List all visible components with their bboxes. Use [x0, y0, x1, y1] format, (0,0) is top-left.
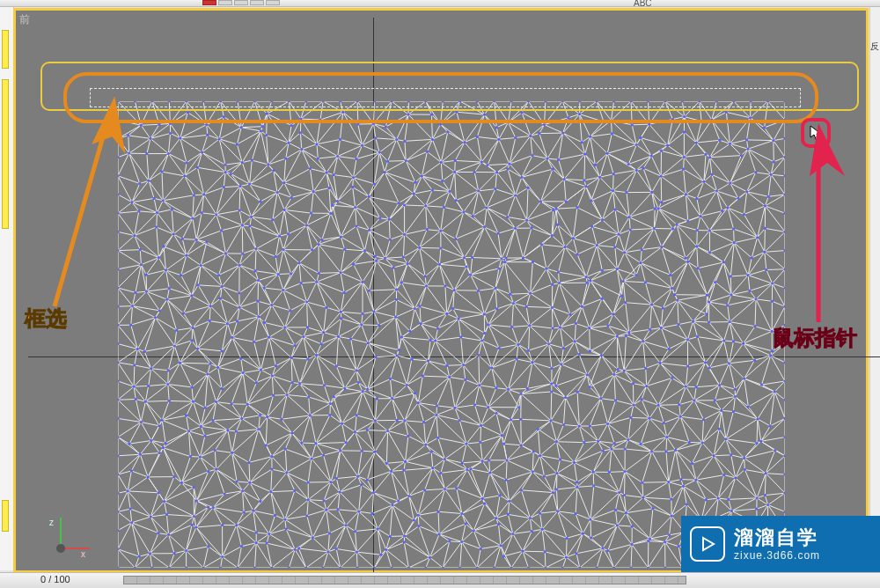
svg-point-3644: [376, 397, 378, 400]
svg-line-2669: [530, 518, 532, 532]
svg-point-3216: [584, 185, 587, 187]
svg-point-3914: [194, 526, 197, 528]
svg-line-2417: [441, 470, 467, 474]
svg-point-3201: [327, 187, 330, 189]
svg-line-2425: [482, 473, 490, 498]
svg-point-3251: [485, 206, 488, 209]
svg-point-3448: [445, 312, 448, 315]
svg-line-1101: [341, 264, 354, 272]
svg-line-902: [542, 236, 553, 245]
svg-point-3085: [395, 138, 398, 141]
svg-line-1038: [641, 250, 642, 263]
svg-point-3116: [241, 161, 244, 164]
svg-point-3835: [224, 492, 226, 495]
svg-line-2631: [312, 510, 326, 538]
svg-point-3091: [497, 138, 500, 141]
svg-line-2401: [340, 476, 358, 492]
svg-line-1592: [436, 341, 447, 365]
svg-point-3175: [563, 178, 566, 180]
svg-line-1825: [418, 376, 422, 402]
svg-point-3330: [471, 256, 473, 259]
svg-line-1635: [687, 340, 705, 363]
tool-icon[interactable]: [218, 0, 232, 5]
svg-line-1015: [505, 258, 524, 262]
svg-line-209: [632, 125, 636, 145]
svg-line-1636: [698, 337, 724, 341]
svg-point-3672: [161, 419, 164, 422]
svg-point-3512: [173, 344, 176, 347]
tool-icon[interactable]: [234, 0, 248, 5]
svg-line-2680: [590, 510, 616, 519]
svg-line-1962: [521, 394, 551, 421]
svg-line-1898: [162, 401, 169, 420]
svg-line-2606: [167, 515, 169, 535]
svg-line-1450: [304, 327, 308, 337]
svg-line-1623: [617, 336, 624, 371]
svg-line-1336: [324, 312, 341, 332]
svg-line-2334: [625, 452, 652, 472]
svg-point-3625: [734, 388, 737, 391]
right-panel-tab[interactable]: 反: [869, 39, 880, 180]
svg-point-3113: [185, 161, 187, 164]
svg-point-3386: [747, 274, 750, 276]
svg-line-488: [197, 167, 203, 195]
svg-line-2633: [326, 510, 330, 533]
svg-point-3636: [231, 402, 233, 405]
tool-icon[interactable]: [202, 0, 216, 5]
svg-point-3757: [247, 461, 250, 464]
svg-line-2651: [418, 515, 419, 526]
svg-point-3182: [682, 168, 685, 171]
tool-icon[interactable]: [266, 0, 280, 5]
svg-line-1772: [118, 386, 134, 400]
timeline-track[interactable]: [123, 576, 686, 584]
svg-line-1477: [458, 319, 461, 337]
svg-point-3550: [133, 364, 136, 366]
svg-line-1411: [756, 299, 772, 332]
top-toolbar[interactable]: ABC: [0, 0, 880, 7]
svg-line-1456: [339, 319, 341, 337]
svg-line-1922: [309, 397, 311, 415]
svg-line-762: [426, 206, 444, 207]
svg-point-4017: [596, 566, 598, 568]
svg-line-696: [717, 191, 722, 211]
svg-point-3461: [662, 306, 664, 309]
svg-line-1028: [597, 246, 615, 247]
svg-line-646: [426, 191, 450, 206]
svg-line-1389: [626, 303, 629, 333]
mesh-plane[interactable]: [118, 101, 785, 568]
svg-line-2362: [118, 474, 128, 491]
svg-line-2145: [237, 430, 259, 431]
svg-line-1620: [601, 336, 617, 356]
svg-line-2865: [299, 548, 328, 552]
svg-line-1512: [661, 325, 678, 328]
svg-point-3756: [231, 452, 233, 454]
svg-line-2586: [729, 498, 757, 500]
svg-line-1382: [602, 298, 613, 313]
svg-line-836: [164, 234, 173, 246]
svg-line-2048: [356, 415, 375, 421]
timeline-bar[interactable]: 0 / 100: [0, 572, 880, 588]
svg-point-3354: [200, 264, 202, 267]
svg-point-3931: [497, 523, 500, 526]
svg-point-3479: [283, 326, 286, 328]
svg-point-3553: [179, 362, 181, 364]
svg-line-1219: [344, 282, 363, 292]
svg-line-2111: [722, 410, 734, 411]
toolbar-icons[interactable]: [202, 0, 280, 5]
svg-line-1534: [118, 344, 137, 349]
svg-line-1692: [336, 366, 344, 388]
svg-line-1553: [218, 351, 223, 368]
svg-line-690: [686, 195, 687, 221]
svg-point-3752: [162, 446, 165, 449]
svg-point-3705: [732, 410, 735, 413]
svg-point-3922: [344, 524, 347, 526]
svg-line-2748: [299, 538, 313, 548]
svg-point-3293: [530, 227, 532, 230]
svg-line-2859: [267, 543, 295, 549]
svg-point-3816: [576, 481, 578, 483]
viewport-front[interactable]: 前 框选: [14, 9, 868, 572]
right-panel[interactable]: 反: [869, 7, 880, 570]
svg-point-3748: [783, 436, 785, 438]
svg-point-3785: [730, 453, 732, 456]
tool-icon[interactable]: [250, 0, 264, 5]
